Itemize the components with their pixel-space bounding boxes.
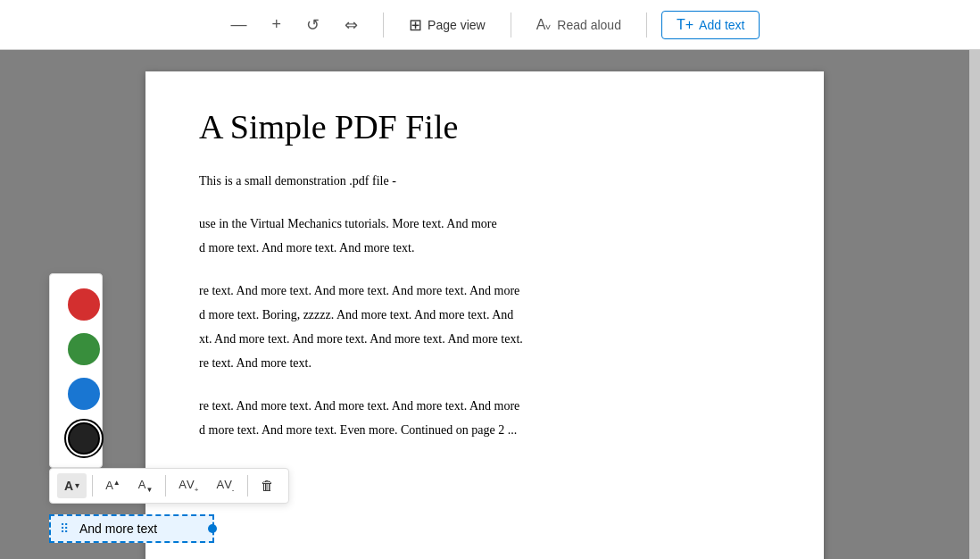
zoom-controls: — + ↺ ⇔ bbox=[220, 10, 370, 40]
annotation-toolbar: A ▾ A▲ A▼ A V+ A V- 🗑 bbox=[49, 468, 289, 504]
text-annotation-box[interactable]: ⠿ And more text bbox=[49, 514, 214, 543]
char-spacing-decrease-icon: A V- bbox=[216, 478, 234, 494]
add-text-button[interactable]: T+ Add text bbox=[661, 11, 760, 39]
separator-1 bbox=[383, 13, 384, 38]
char-spacing-increase-icon: A V+ bbox=[179, 478, 198, 494]
pdf-line-4: re text. And more text. And more text. A… bbox=[199, 281, 770, 300]
ann-sep-1 bbox=[92, 475, 93, 496]
zoom-in-icon: + bbox=[272, 15, 282, 34]
color-blue-button[interactable] bbox=[68, 378, 100, 410]
color-black-button[interactable] bbox=[68, 422, 100, 455]
pdf-line-2: use in the Virtual Mechanics tutorials. … bbox=[199, 214, 770, 233]
pdf-content: This is a small demonstration .pdf file … bbox=[199, 171, 770, 439]
trash-icon: 🗑 bbox=[261, 478, 274, 493]
rotate-icon: ↺ bbox=[306, 15, 320, 35]
read-aloud-label: Read aloud bbox=[557, 18, 621, 32]
ann-sep-3 bbox=[247, 475, 248, 496]
pdf-line-8: re text. And more text. And more text. A… bbox=[199, 396, 770, 415]
delete-annotation-button[interactable]: 🗑 bbox=[253, 472, 281, 498]
pdf-line-7: re text. And more text. bbox=[199, 354, 770, 372]
fit-icon: ⇔ bbox=[345, 15, 358, 35]
main-area: A Simple PDF File This is a small demons… bbox=[0, 50, 980, 559]
font-size-up-button[interactable]: A▲ bbox=[98, 473, 128, 497]
font-size-down-icon: A▼ bbox=[138, 478, 154, 494]
pdf-canvas: A Simple PDF File This is a small demons… bbox=[0, 50, 969, 559]
font-color-button[interactable]: A ▾ bbox=[57, 473, 87, 498]
pdf-line-6: xt. And more text. And more text. And mo… bbox=[199, 330, 770, 348]
page-view-button[interactable]: ⊞ Page view bbox=[398, 10, 496, 40]
rotate-button[interactable]: ↺ bbox=[295, 10, 330, 40]
separator-3 bbox=[646, 13, 647, 38]
pdf-title: A Simple PDF File bbox=[199, 107, 770, 146]
resize-handle[interactable] bbox=[208, 524, 217, 533]
char-spacing-increase-button[interactable]: A V+ bbox=[171, 472, 205, 499]
separator-2 bbox=[511, 13, 511, 38]
drag-handle-icon: ⠿ bbox=[60, 521, 69, 536]
add-text-icon: T+ bbox=[677, 17, 693, 33]
pdf-line-5: d more text. Boring, zzzzz. And more tex… bbox=[199, 305, 770, 324]
char-spacing-decrease-button[interactable]: A V- bbox=[209, 472, 241, 499]
read-aloud-icon: Aᵥ bbox=[536, 16, 552, 33]
annotation-content: And more text bbox=[79, 521, 157, 536]
fit-button[interactable]: ⇔ bbox=[334, 10, 369, 40]
pdf-line-1: This is a small demonstration .pdf file … bbox=[199, 171, 770, 190]
read-aloud-button[interactable]: Aᵥ Read aloud bbox=[526, 11, 632, 38]
ann-sep-2 bbox=[165, 475, 166, 496]
color-picker-popup bbox=[49, 273, 103, 468]
scrollbar[interactable] bbox=[969, 50, 980, 559]
font-size-up-icon: A▲ bbox=[105, 479, 120, 492]
font-color-icon: A bbox=[64, 479, 73, 493]
font-size-down-button[interactable]: A▼ bbox=[131, 472, 161, 499]
color-red-button[interactable] bbox=[68, 288, 100, 321]
page-view-icon: ⊞ bbox=[409, 15, 422, 35]
pdf-line-3: d more text. And more text. And more tex… bbox=[199, 238, 770, 257]
toolbar: — + ↺ ⇔ ⊞ Page view Aᵥ Read aloud T+ Add… bbox=[0, 0, 980, 50]
zoom-out-button[interactable]: — bbox=[220, 10, 258, 39]
page-view-label: Page view bbox=[428, 18, 486, 32]
color-green-button[interactable] bbox=[68, 333, 100, 365]
chevron-down-icon: ▾ bbox=[75, 480, 79, 490]
pdf-line-9: d more text. And more text. Even more. C… bbox=[199, 421, 770, 439]
zoom-out-icon: — bbox=[231, 15, 247, 34]
add-text-label: Add text bbox=[699, 18, 744, 32]
zoom-in-button[interactable]: + bbox=[262, 10, 293, 39]
